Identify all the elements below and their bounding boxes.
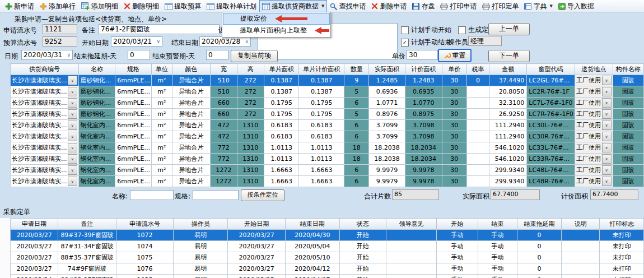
purchase-orders-table-row[interactable]: 2020/03/2787#31-34F窗固玻1074易明2020/03/2720… <box>11 241 644 252</box>
purchase-items-table-cell[interactable]: 工厂使用∨ <box>575 154 613 165</box>
manual-end-checkbox[interactable]: ✓计划手动结束 <box>401 38 451 47</box>
purchase-items-table-column-header[interactable]: 构件名称 <box>613 64 643 75</box>
end-date-select[interactable]: 2020/03/28∨ <box>199 36 251 47</box>
dropdown-arrow-icon[interactable]: ∨ <box>68 177 77 186</box>
purchase-items-table-cell[interactable]: 长沙市潇湘玻璃实...∨ <box>11 154 79 165</box>
dropdown-arrow-icon[interactable]: ∨ <box>68 165 77 175</box>
purchase-items-table-row[interactable]: 长沙市潇湘玻璃实...∨钢化室内...6mmPLE...m²异地合片472131… <box>11 120 644 131</box>
purchase-items-table-column-header[interactable]: 窗型代码 <box>527 64 575 75</box>
purchase-items-table-cell[interactable]: 长沙市潇湘玻璃实...∨ <box>11 109 79 120</box>
purchase-items-table-column-header[interactable]: 税率 <box>466 64 489 75</box>
purchase-items-table-cell[interactable]: 工厂使用∨ <box>575 176 613 187</box>
prev-order-button[interactable]: 上一单 <box>488 23 530 35</box>
purchase-orders-table-column-header[interactable]: 结束拖延期 <box>517 219 562 230</box>
purchase-items-table-cell[interactable]: 长沙市潇湘玻璃实...∨ <box>11 131 79 142</box>
purchase-orders-table-column-header[interactable]: 状态 <box>339 219 386 230</box>
toolbar-button-add-row[interactable]: 添加单行 <box>37 0 78 12</box>
purchase-items-table-column-header[interactable]: 实际面积 <box>369 64 405 75</box>
purchase-items-table-column-header[interactable]: 单价 <box>442 64 466 75</box>
purchase-items-table-column-header[interactable]: 名称 <box>78 64 115 75</box>
menu-item-extract-pricing[interactable]: 提取定价 <box>223 13 330 25</box>
dropdown-arrow-icon[interactable]: ∨ <box>68 154 77 164</box>
toolbar-button-delete-detail[interactable]: 删除明细 <box>121 0 162 12</box>
purchase-orders-table-column-header[interactable]: 申请日期 <box>11 219 58 230</box>
purchase-items-table-cell[interactable]: 工厂使用∨ <box>575 109 613 120</box>
purchase-items-table-cell[interactable]: 工厂使用∨ <box>575 75 613 86</box>
checkbox-unchecked-icon[interactable] <box>401 26 409 34</box>
purchase-items-table-cell[interactable]: 工厂使用∨ <box>575 131 613 142</box>
start-date-select[interactable]: 2020/03/21∨ <box>111 36 162 47</box>
purchase-items-table-cell[interactable]: 长沙市潇湘玻璃实...∨ <box>11 98 79 109</box>
dropdown-arrow-icon[interactable]: ∨ <box>68 109 77 119</box>
purchase-items-table-column-header[interactable]: 计价面积 <box>405 64 442 75</box>
purchase-items-table-column-header[interactable]: 宽 <box>210 64 237 75</box>
toolbar-button-extract-supplier-data[interactable]: 提取供货商数据▼ <box>259 0 327 12</box>
dropdown-arrow-icon[interactable]: ∨ <box>68 98 77 108</box>
checkbox-unchecked-icon[interactable] <box>458 26 466 34</box>
next-order-button[interactable]: 下一单 <box>488 50 530 62</box>
purchase-items-table-column-header[interactable]: 供货商编号 <box>11 64 79 75</box>
toolbar-button-find-request[interactable]: 查找申请 <box>327 0 368 12</box>
purchase-orders-table-column-header[interactable]: 申请流水号 <box>116 219 174 230</box>
purchase-items-table-row[interactable]: 长沙市潇湘玻璃实...∨钢化室内...6mmPLE...m²异地合片127213… <box>11 176 644 187</box>
purchase-items-table-column-header[interactable]: 金额 <box>489 64 527 75</box>
menu-item-extract-piece-area-roundup[interactable]: 提取单片面积向上取整 <box>223 25 330 36</box>
purchase-items-table-row[interactable]: 长沙市潇湘玻璃实...∨磨砂钢化...6mmPLE...m²异地合片660272… <box>11 109 644 120</box>
dropdown-arrow-icon[interactable]: ∨ <box>68 76 77 85</box>
end-delay-input[interactable]: 0 <box>128 50 150 60</box>
dropdown-arrow-icon[interactable]: ∨ <box>602 98 612 108</box>
purchase-items-table-row[interactable]: 长沙市潇湘玻璃实...∨钢化室内...6mmPLE...m²异地合片772131… <box>11 154 644 165</box>
req-no-input[interactable]: 1121 <box>43 24 77 34</box>
filter-spec-input[interactable] <box>193 190 239 200</box>
purchase-items-table-cell[interactable]: 长沙市潇湘玻璃实...∨ <box>11 86 79 98</box>
chevron-down-icon[interactable]: ∨ <box>156 39 160 44</box>
purchase-items-table-cell[interactable]: 工厂使用∨ <box>575 165 613 176</box>
dropdown-arrow-icon[interactable]: ∨ <box>68 87 77 96</box>
purchase-items-table-row[interactable]: 长沙市潇湘玻璃实...∨磨砂钢化...6mmPLE...m²异地合片510272… <box>11 75 644 86</box>
purchase-items-table-cell[interactable]: 工厂使用∨ <box>575 86 613 98</box>
toolbar-button-save[interactable]: 存盘 <box>409 0 437 12</box>
purchase-items-table-column-header[interactable]: 单位 <box>151 64 172 75</box>
purchase-items-table-row[interactable]: 长沙市潇湘玻璃实...∨钢化室内...6mmPLE...m²异地合片472131… <box>11 131 644 142</box>
toolbar-button-extract-supplement-plan[interactable]: 提取补单计划 <box>204 0 259 12</box>
toolbar-button-print-order[interactable]: 打印定单 <box>479 0 521 12</box>
end-warn-input[interactable]: 0 <box>206 50 228 60</box>
purchase-orders-table-row[interactable]: 2020/03/2488#23-27F门页玻1035易明2020/03/2520… <box>11 275 644 278</box>
purchase-orders-table-row[interactable]: 2020/03/2774#9F窗固玻1076易明2020/03/272020/0… <box>11 263 644 275</box>
locate-by-condition-button[interactable]: 按条件定位 <box>241 189 284 201</box>
purchase-orders-table-column-header[interactable]: 打印标志 <box>600 219 644 230</box>
purchase-items-table-cell[interactable]: 工厂使用∨ <box>575 142 613 154</box>
toolbar-button-add-detail[interactable]: 添加明细 <box>78 0 121 12</box>
chevron-down-icon[interactable]: ∨ <box>245 39 249 44</box>
purchase-items-table-row[interactable]: 长沙市潇湘玻璃实...∨钢化室内...6mmPLE...m²异地合片127213… <box>11 165 644 176</box>
purchase-items-table-column-header[interactable]: 数量 <box>344 64 369 75</box>
purchase-orders-table-column-header[interactable]: 备注 <box>58 219 116 230</box>
purchase-items-table-cell[interactable]: 长沙市潇湘玻璃实...∨ <box>11 120 79 131</box>
dropdown-arrow-icon[interactable]: ∨ <box>602 121 612 130</box>
dropdown-arrow-icon[interactable]: ∨ <box>68 143 77 152</box>
dropdown-arrow-icon[interactable]: ∨ <box>602 109 612 119</box>
dropdown-arrow-icon[interactable]: ∨ <box>602 143 612 152</box>
purchase-orders-table-column-header[interactable]: 领导意见 <box>386 219 436 230</box>
filter-name-input[interactable] <box>130 190 174 200</box>
toolbar-button-import-data[interactable]: 导入数据 <box>556 0 597 12</box>
dropdown-arrow-icon[interactable]: ∨ <box>602 154 612 164</box>
purchase-items-table-cell[interactable]: 长沙市潇湘玻璃实...∨ <box>11 176 79 187</box>
purchase-orders-table-column-header[interactable]: 说明 <box>562 219 600 230</box>
purchase-orders-table-column-header[interactable]: 结束 <box>478 219 517 230</box>
purchase-orders-table-row[interactable]: 2020/03/2788#35-37F窗固玻1075易明2020/03/2720… <box>11 252 644 263</box>
toolbar-button-new-request[interactable]: 新申请 <box>2 0 37 12</box>
copy-current-button[interactable]: 复制当前项 <box>231 50 278 62</box>
purchase-items-table-cell[interactable]: 长沙市潇湘玻璃实...∨ <box>11 165 79 176</box>
date-select[interactable]: 2020/03/31∨ <box>21 50 73 60</box>
checkbox-checked-icon[interactable]: ✓ <box>401 39 409 47</box>
dropdown-arrow-icon[interactable]: ∨ <box>602 177 612 186</box>
remark-input[interactable]: 76#1-2F窗固玻 <box>99 24 220 34</box>
dropdown-arrow-icon[interactable]: ∨ <box>602 132 612 141</box>
budget-no-input[interactable]: 9252 <box>43 36 77 47</box>
purchase-items-table-column-header[interactable]: 规格 <box>115 64 152 75</box>
purchase-items-table-row[interactable]: 长沙市潇湘玻璃实...∨磨砂钢化...6mmPLE...m²异地合片510272… <box>11 86 644 98</box>
purchase-orders-table-column-header[interactable]: 结束日期 <box>285 219 339 230</box>
purchase-items-table-column-header[interactable]: 送货地点 <box>575 64 613 75</box>
purchase-items-table-cell[interactable]: 长沙市潇湘玻璃实...∨ <box>11 75 79 86</box>
